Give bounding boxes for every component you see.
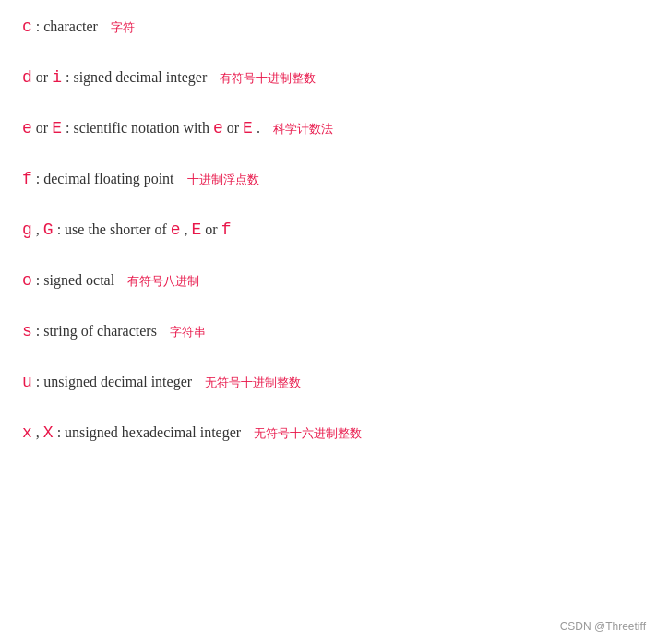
description-text: : unsigned hexadecimal integer (57, 422, 241, 444)
code-token: d (22, 66, 32, 90)
description-text: : unsigned decimal integer (36, 371, 192, 393)
annotation-text: 字符 (111, 18, 135, 37)
entry-shorter: g,G : use the shorter of e,E or f (22, 218, 635, 243)
description-text: : character (36, 16, 98, 38)
entry-signed-decimal: d or i : signed decimal integer有符号十进制整数 (22, 66, 635, 90)
description-text: : use the shorter of (57, 219, 167, 241)
code-token: f (221, 218, 232, 243)
code-token: f (22, 167, 32, 192)
description-text: , (36, 219, 40, 241)
entry-char: c : character字符 (22, 15, 635, 40)
entry-unsigned-decimal: u : unsigned decimal integer无符号十进制整数 (22, 370, 635, 395)
code-token: E (243, 116, 253, 141)
entry-hex: x,X : unsigned hexadecimal integer无符号十六进… (22, 421, 635, 446)
code-token: g (22, 218, 32, 243)
code-token: s (22, 319, 32, 344)
description-text: : string of characters (36, 320, 157, 342)
annotation-text: 科学计数法 (273, 120, 333, 138)
description-text: or (205, 219, 217, 241)
entry-octal: o : signed octal有符号八进制 (22, 268, 635, 293)
description-text: . (257, 117, 260, 139)
code-token: e (171, 218, 181, 243)
code-token: x (22, 421, 32, 446)
code-token: G (43, 218, 54, 243)
annotation-text: 无符号十进制整数 (205, 374, 301, 392)
annotation-text: 十进制浮点数 (187, 171, 259, 189)
code-token: u (22, 370, 32, 395)
annotation-text: 有符号八进制 (127, 272, 199, 291)
entry-string: s : string of characters字符串 (22, 319, 635, 344)
entry-scientific: e or E : scientific notation with e or E… (22, 116, 635, 141)
code-token: c (22, 15, 32, 40)
description-text: or (36, 66, 48, 89)
annotation-text: 无符号十六进制整数 (254, 424, 362, 443)
annotation-text: 有符号十进制整数 (220, 69, 316, 88)
description-text: : signed octal (36, 269, 114, 292)
entry-float: f : decimal floating point十进制浮点数 (22, 167, 635, 192)
description-text: or (36, 117, 48, 139)
description-text: , (185, 219, 188, 241)
description-text: : signed decimal integer (66, 66, 207, 89)
description-text: : decimal floating point (36, 168, 174, 190)
code-token: i (52, 66, 62, 90)
code-token: e (213, 116, 223, 141)
watermark: CSDN @Threetiff (560, 620, 646, 633)
code-token: o (22, 268, 32, 293)
code-token: e (22, 116, 32, 141)
description-text: , (36, 422, 40, 444)
code-token: X (43, 421, 54, 446)
code-token: E (192, 218, 202, 243)
annotation-text: 字符串 (170, 323, 206, 341)
code-token: E (52, 116, 62, 141)
description-text: or (227, 117, 239, 139)
description-text: : scientific notation with (66, 117, 209, 139)
